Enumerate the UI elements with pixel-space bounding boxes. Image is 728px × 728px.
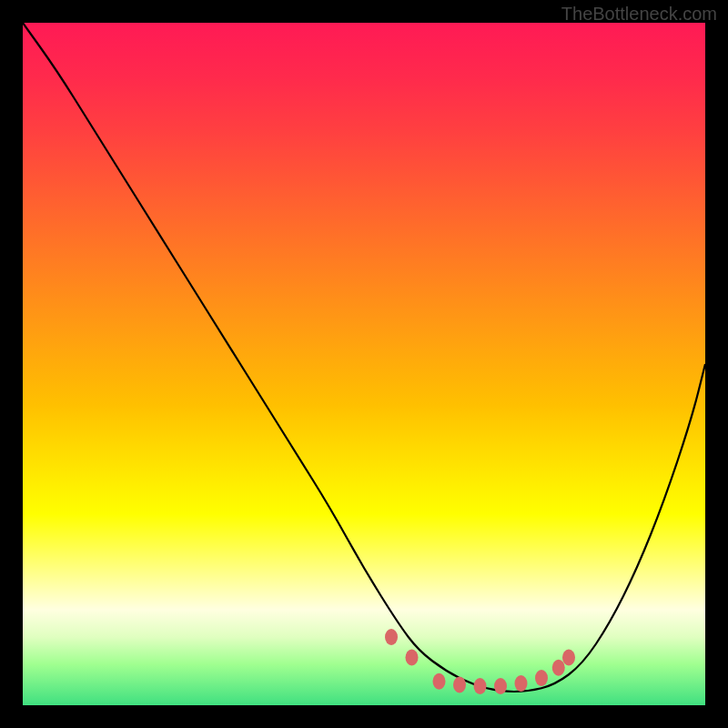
marker-point (535, 670, 548, 686)
marker-point (474, 678, 487, 694)
marker-point (433, 673, 446, 690)
watermark-text: TheBottleneck.com (561, 4, 717, 25)
marker-point (453, 677, 466, 693)
marker-point (562, 650, 575, 666)
marker-point (494, 678, 507, 694)
plot-area (23, 23, 705, 705)
marker-point (552, 660, 565, 676)
marker-point (515, 675, 528, 692)
chart-svg (23, 23, 705, 705)
bottleneck-curve (23, 23, 705, 692)
marker-point (385, 629, 398, 645)
marker-point (406, 650, 419, 666)
marker-group (385, 629, 575, 694)
